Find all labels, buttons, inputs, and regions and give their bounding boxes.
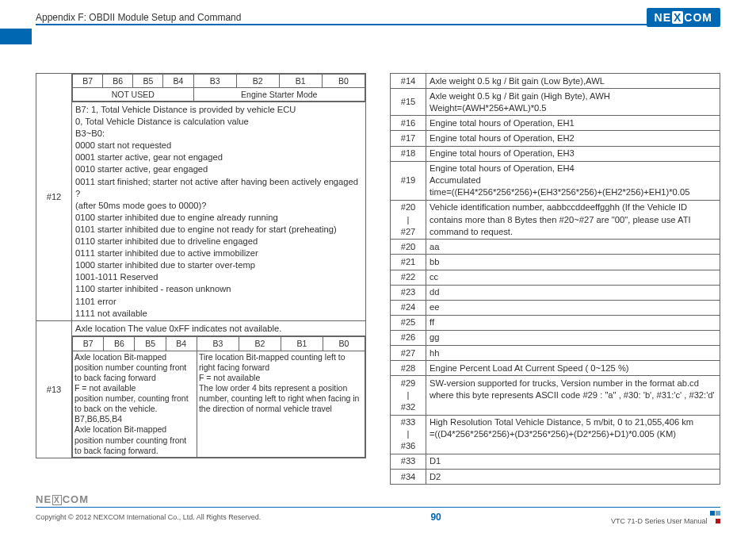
right-row-id: #27	[391, 346, 426, 361]
right-row-id: #23	[391, 285, 426, 300]
right-row-text: Engine total hours of Operation, EH4 Acc…	[426, 161, 720, 200]
footer-accent-icon	[709, 509, 720, 525]
bits-b2: B2	[236, 75, 279, 88]
content: #12 B7 B6 B5 B4 B3 B2 B1 B0	[36, 73, 720, 476]
r13-b1: B1	[281, 337, 323, 351]
right-column: #14Axle weight 0.5 kg / Bit gain (Low By…	[390, 73, 720, 476]
row13-intro: Axle location The value 0xFF indicates n…	[72, 321, 366, 336]
right-table: #14Axle weight 0.5 kg / Bit gain (Low By…	[390, 73, 720, 485]
row12-line: 0, Total Vehicle Distance is calculation…	[75, 116, 362, 128]
right-row-text: Vehicle identification number, aabbccdde…	[426, 200, 720, 239]
right-row-text: cc	[426, 270, 720, 285]
right-row-id: #33 | #36	[391, 415, 426, 454]
r13-left: Axle location Bit-mapped position number…	[73, 351, 197, 457]
right-row-text: High Resolution Total Vehicle Distance, …	[426, 415, 720, 454]
r13-right: Tire location Bit-mapped counting left t…	[197, 351, 365, 457]
right-row-text: Axle weight 0.5 kg / Bit gain (High Byte…	[426, 89, 720, 116]
right-row-id: #18	[391, 146, 426, 161]
row12-line: 1001-1011 Reserved	[75, 271, 362, 283]
left-column: #12 B7 B6 B5 B4 B3 B2 B1 B0	[36, 73, 366, 476]
footer-rule	[36, 507, 720, 508]
row12-line: 1100 starter inhibited - reason unknown	[75, 283, 362, 295]
right-row-text: D2	[426, 470, 720, 485]
row12-line: 1000 starter inhibited due to starter ov…	[75, 259, 362, 271]
bits-b1: B1	[279, 75, 322, 88]
right-row-text: SW-version supported for trucks, Version…	[426, 376, 720, 415]
appendix-title: Appendix F: OBDII Module Setup and Comma…	[36, 12, 241, 23]
right-row-text: Engine total hours of Operation, EH2	[426, 131, 720, 146]
right-row-id: #14	[391, 74, 426, 89]
row12-line: 0110 starter inhibited due to driveline …	[75, 236, 362, 247]
row12-line: 0111 starter inhibited due to active imm…	[75, 247, 362, 259]
right-row-text: Axle weight 0.5 kg / Bit gain (Low Byte)…	[426, 74, 720, 89]
right-row-id: #22	[391, 270, 426, 285]
footer-manual: VTC 71-D Series User Manual	[611, 517, 708, 525]
right-row-text: hh	[426, 346, 720, 361]
right-row-text: Engine Percent Load At Current Speed ( 0…	[426, 361, 720, 376]
flogo-x: X	[52, 495, 62, 505]
right-row-id: #20 | #27	[391, 200, 426, 239]
page-number: 90	[430, 512, 441, 523]
logo-pre: NE	[655, 11, 671, 24]
right-row-text: bb	[426, 255, 720, 270]
row12-estarter: Engine Starter Mode	[193, 88, 365, 102]
right-row-id: #21	[391, 255, 426, 270]
row12-line: (after 50ms mode goes to 0000)?	[75, 200, 362, 212]
right-row-id: #25	[391, 315, 426, 330]
r13-b0: B0	[323, 337, 365, 351]
row12-line: 0000 start not requested	[75, 140, 362, 151]
flogo-pre: NE	[36, 493, 52, 505]
logo-x: X	[672, 11, 683, 24]
row12-body: B7: 1, Total Vehicle Distance is provide…	[72, 102, 366, 321]
bits-b6: B6	[103, 75, 133, 88]
right-row-text: Engine total hours of Operation, EH3	[426, 146, 720, 161]
row12-line: B3~B0:	[75, 128, 362, 140]
r13-b2: B2	[239, 337, 281, 351]
row12-header: B7 B6 B5 B4 B3 B2 B1 B0 NOT USED Engine …	[72, 74, 366, 102]
footer-copyright: Copyright © 2012 NEXCOM International Co…	[36, 513, 261, 521]
r13-b7: B7	[73, 337, 104, 351]
top-accent	[0, 29, 32, 44]
r13-b4: B4	[166, 337, 197, 351]
r13-b3: B3	[197, 337, 239, 351]
right-row-id: #19	[391, 161, 426, 200]
right-row-id: #16	[391, 116, 426, 131]
right-row-id: #34	[391, 470, 426, 485]
left-table: #12 B7 B6 B5 B4 B3 B2 B1 B0	[36, 73, 366, 458]
footer: NEXCOM Copyright © 2012 NEXCOM Internati…	[36, 493, 720, 525]
row12-line: 0100 starter inhibited due to engine alr…	[75, 212, 362, 224]
right-row-text: Engine total hours of Operation, EH1	[426, 116, 720, 131]
row12-line: 0010 starter active, gear engaged	[75, 163, 362, 175]
right-row-id: #15	[391, 89, 426, 116]
row12-line: 1111 not available	[75, 308, 362, 320]
flogo-post: COM	[63, 493, 89, 505]
right-row-id: #28	[391, 361, 426, 376]
row12-line: 0101 starter inhibited due to engine not…	[75, 224, 362, 236]
row13-id: #13	[36, 321, 72, 458]
footer-logo: NEXCOM	[36, 493, 720, 505]
row12-line: B7: 1, Total Vehicle Distance is provide…	[75, 104, 362, 116]
logo-post: COM	[684, 11, 712, 24]
r13-b6: B6	[104, 337, 135, 351]
footer-manual-wrap: VTC 71-D Series User Manual	[611, 509, 720, 525]
row12-notused: NOT USED	[73, 88, 194, 102]
header-rule	[36, 24, 720, 25]
bits-b4: B4	[163, 75, 193, 88]
row13-body: B7 B6 B5 B4 B3 B2 B1 B0 Axle location Bi…	[72, 336, 366, 458]
right-row-id: #17	[391, 131, 426, 146]
right-row-id: #33	[391, 454, 426, 469]
right-row-text: ff	[426, 315, 720, 330]
right-row-text: ee	[426, 300, 720, 315]
right-row-id: #26	[391, 330, 426, 345]
row12-line: 0011 start finished; starter not active …	[75, 176, 362, 200]
row12-line: 0001 starter active, gear not engaged	[75, 151, 362, 163]
row12-line: 1101 error	[75, 296, 362, 308]
r13-b5: B5	[135, 337, 166, 351]
right-row-text: gg	[426, 330, 720, 345]
right-row-id: #24	[391, 300, 426, 315]
bits-b0: B0	[322, 75, 365, 88]
bits-b5: B5	[133, 75, 163, 88]
right-row-text: dd	[426, 285, 720, 300]
right-row-id: #20	[391, 240, 426, 255]
right-row-text: aa	[426, 240, 720, 255]
